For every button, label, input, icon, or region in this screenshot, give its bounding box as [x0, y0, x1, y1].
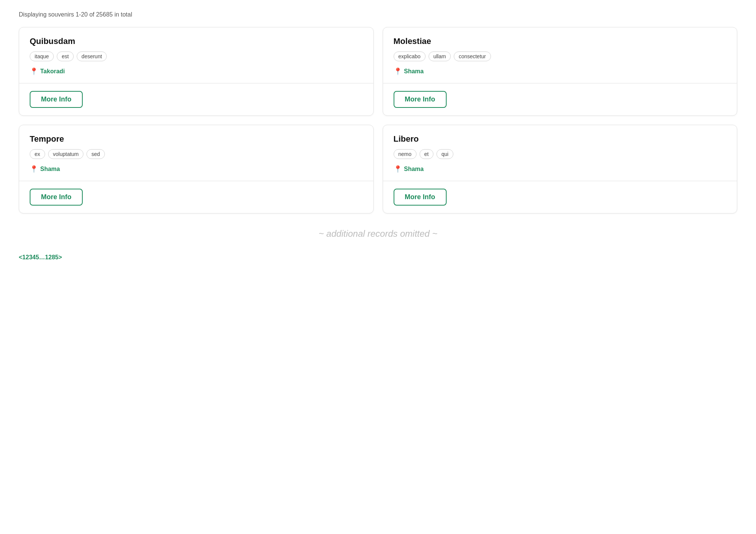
tags: explicaboullamconsectetur	[394, 51, 727, 61]
tag: itaque	[30, 51, 54, 61]
card-1: Quibusdam itaqueestdeserunt 📍 Takoradi M…	[19, 27, 374, 116]
card-title: Libero	[394, 134, 727, 144]
card-bottom: More Info	[19, 83, 373, 115]
tag: consectetur	[454, 51, 491, 61]
tag: sed	[86, 149, 105, 159]
card-bottom: More Info	[19, 181, 373, 213]
card-bottom: More Info	[383, 83, 737, 115]
card-title: Tempore	[30, 134, 363, 144]
location-name: Shama	[404, 68, 424, 75]
card-top: Tempore exvoluptatumsed 📍 Shama	[19, 125, 373, 181]
pagination[interactable]: <12345…1285>	[19, 254, 737, 261]
location-name: Shama	[404, 166, 424, 172]
location-icon: 📍	[394, 67, 402, 76]
tags: itaqueestdeserunt	[30, 51, 363, 61]
location-icon: 📍	[30, 67, 38, 76]
card-top: Molestiae explicaboullamconsectetur 📍 Sh…	[383, 27, 737, 83]
tags: nemoetqui	[394, 149, 727, 159]
location: 📍 Shama	[394, 165, 727, 173]
card-top: Quibusdam itaqueestdeserunt 📍 Takoradi	[19, 27, 373, 83]
cards-grid: Quibusdam itaqueestdeserunt 📍 Takoradi M…	[19, 27, 737, 213]
location-name: Takoradi	[40, 68, 65, 75]
tag: nemo	[394, 149, 417, 159]
card-top: Libero nemoetqui 📍 Shama	[383, 125, 737, 181]
location: 📍 Shama	[30, 165, 363, 173]
more-info-button[interactable]: More Info	[394, 189, 447, 206]
tag: est	[57, 51, 74, 61]
card-2: Molestiae explicaboullamconsectetur 📍 Sh…	[383, 27, 738, 116]
card-title: Molestiae	[394, 36, 727, 46]
location-icon: 📍	[394, 165, 402, 173]
more-info-button[interactable]: More Info	[30, 189, 83, 206]
more-info-button[interactable]: More Info	[394, 91, 447, 108]
tag: et	[420, 149, 434, 159]
location: 📍 Takoradi	[30, 67, 363, 76]
tag: voluptatum	[48, 149, 83, 159]
tag: deserunt	[77, 51, 107, 61]
tag: explicabo	[394, 51, 426, 61]
location-name: Shama	[40, 166, 60, 172]
location: 📍 Shama	[394, 67, 727, 76]
card-4: Libero nemoetqui 📍 Shama More Info	[383, 125, 738, 213]
tag: qui	[436, 149, 453, 159]
card-3: Tempore exvoluptatumsed 📍 Shama More Inf…	[19, 125, 374, 213]
tags: exvoluptatumsed	[30, 149, 363, 159]
card-bottom: More Info	[383, 181, 737, 213]
card-title: Quibusdam	[30, 36, 363, 46]
location-icon: 📍	[30, 165, 38, 173]
omitted-records-text: ~ additional records omitted ~	[19, 228, 737, 239]
more-info-button[interactable]: More Info	[30, 91, 83, 108]
tag: ullam	[429, 51, 451, 61]
tag: ex	[30, 149, 45, 159]
display-info: Displaying souvenirs 1-20 of 25685 in to…	[19, 11, 737, 18]
